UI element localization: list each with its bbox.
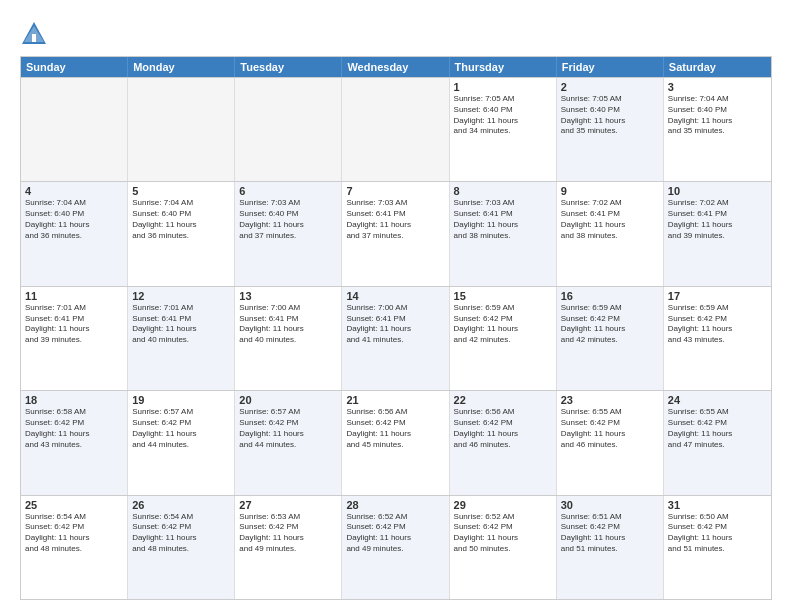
calendar: SundayMondayTuesdayWednesdayThursdayFrid… [20, 56, 772, 600]
calendar-day-header: Tuesday [235, 57, 342, 77]
day-number: 28 [346, 499, 444, 511]
day-number: 24 [668, 394, 767, 406]
cell-info: Sunrise: 6:59 AM Sunset: 6:42 PM Dayligh… [561, 303, 659, 346]
cell-info: Sunrise: 7:01 AM Sunset: 6:41 PM Dayligh… [132, 303, 230, 346]
calendar-cell: 24Sunrise: 6:55 AM Sunset: 6:42 PM Dayli… [664, 391, 771, 494]
calendar-cell: 9Sunrise: 7:02 AM Sunset: 6:41 PM Daylig… [557, 182, 664, 285]
cell-info: Sunrise: 6:54 AM Sunset: 6:42 PM Dayligh… [132, 512, 230, 555]
cell-info: Sunrise: 7:04 AM Sunset: 6:40 PM Dayligh… [132, 198, 230, 241]
calendar-cell [21, 78, 128, 181]
calendar-cell: 17Sunrise: 6:59 AM Sunset: 6:42 PM Dayli… [664, 287, 771, 390]
day-number: 9 [561, 185, 659, 197]
calendar-cell: 27Sunrise: 6:53 AM Sunset: 6:42 PM Dayli… [235, 496, 342, 599]
day-number: 8 [454, 185, 552, 197]
day-number: 11 [25, 290, 123, 302]
calendar-cell: 25Sunrise: 6:54 AM Sunset: 6:42 PM Dayli… [21, 496, 128, 599]
day-number: 16 [561, 290, 659, 302]
cell-info: Sunrise: 7:05 AM Sunset: 6:40 PM Dayligh… [561, 94, 659, 137]
calendar-header: SundayMondayTuesdayWednesdayThursdayFrid… [21, 57, 771, 77]
calendar-cell: 23Sunrise: 6:55 AM Sunset: 6:42 PM Dayli… [557, 391, 664, 494]
calendar-cell: 30Sunrise: 6:51 AM Sunset: 6:42 PM Dayli… [557, 496, 664, 599]
calendar-week: 25Sunrise: 6:54 AM Sunset: 6:42 PM Dayli… [21, 495, 771, 599]
day-number: 23 [561, 394, 659, 406]
header [20, 16, 772, 48]
cell-info: Sunrise: 6:56 AM Sunset: 6:42 PM Dayligh… [346, 407, 444, 450]
calendar-cell: 7Sunrise: 7:03 AM Sunset: 6:41 PM Daylig… [342, 182, 449, 285]
day-number: 21 [346, 394, 444, 406]
calendar-cell: 12Sunrise: 7:01 AM Sunset: 6:41 PM Dayli… [128, 287, 235, 390]
day-number: 2 [561, 81, 659, 93]
cell-info: Sunrise: 7:02 AM Sunset: 6:41 PM Dayligh… [668, 198, 767, 241]
calendar-cell [128, 78, 235, 181]
day-number: 15 [454, 290, 552, 302]
logo-icon [20, 20, 48, 48]
cell-info: Sunrise: 7:04 AM Sunset: 6:40 PM Dayligh… [668, 94, 767, 137]
cell-info: Sunrise: 7:03 AM Sunset: 6:41 PM Dayligh… [454, 198, 552, 241]
cell-info: Sunrise: 6:55 AM Sunset: 6:42 PM Dayligh… [668, 407, 767, 450]
cell-info: Sunrise: 6:56 AM Sunset: 6:42 PM Dayligh… [454, 407, 552, 450]
day-number: 17 [668, 290, 767, 302]
calendar-cell: 28Sunrise: 6:52 AM Sunset: 6:42 PM Dayli… [342, 496, 449, 599]
cell-info: Sunrise: 6:50 AM Sunset: 6:42 PM Dayligh… [668, 512, 767, 555]
calendar-cell: 4Sunrise: 7:04 AM Sunset: 6:40 PM Daylig… [21, 182, 128, 285]
calendar-day-header: Friday [557, 57, 664, 77]
calendar-cell: 15Sunrise: 6:59 AM Sunset: 6:42 PM Dayli… [450, 287, 557, 390]
calendar-cell: 16Sunrise: 6:59 AM Sunset: 6:42 PM Dayli… [557, 287, 664, 390]
cell-info: Sunrise: 6:57 AM Sunset: 6:42 PM Dayligh… [239, 407, 337, 450]
calendar-cell: 1Sunrise: 7:05 AM Sunset: 6:40 PM Daylig… [450, 78, 557, 181]
calendar-cell: 18Sunrise: 6:58 AM Sunset: 6:42 PM Dayli… [21, 391, 128, 494]
day-number: 27 [239, 499, 337, 511]
calendar-cell: 2Sunrise: 7:05 AM Sunset: 6:40 PM Daylig… [557, 78, 664, 181]
calendar-day-header: Monday [128, 57, 235, 77]
cell-info: Sunrise: 7:01 AM Sunset: 6:41 PM Dayligh… [25, 303, 123, 346]
calendar-cell: 20Sunrise: 6:57 AM Sunset: 6:42 PM Dayli… [235, 391, 342, 494]
calendar-cell: 13Sunrise: 7:00 AM Sunset: 6:41 PM Dayli… [235, 287, 342, 390]
page: SundayMondayTuesdayWednesdayThursdayFrid… [0, 0, 792, 612]
day-number: 26 [132, 499, 230, 511]
calendar-day-header: Thursday [450, 57, 557, 77]
calendar-week: 1Sunrise: 7:05 AM Sunset: 6:40 PM Daylig… [21, 77, 771, 181]
calendar-cell: 26Sunrise: 6:54 AM Sunset: 6:42 PM Dayli… [128, 496, 235, 599]
cell-info: Sunrise: 7:03 AM Sunset: 6:41 PM Dayligh… [346, 198, 444, 241]
day-number: 5 [132, 185, 230, 197]
cell-info: Sunrise: 6:52 AM Sunset: 6:42 PM Dayligh… [454, 512, 552, 555]
day-number: 12 [132, 290, 230, 302]
cell-info: Sunrise: 6:59 AM Sunset: 6:42 PM Dayligh… [454, 303, 552, 346]
calendar-week: 18Sunrise: 6:58 AM Sunset: 6:42 PM Dayli… [21, 390, 771, 494]
cell-info: Sunrise: 7:00 AM Sunset: 6:41 PM Dayligh… [239, 303, 337, 346]
day-number: 20 [239, 394, 337, 406]
cell-info: Sunrise: 6:59 AM Sunset: 6:42 PM Dayligh… [668, 303, 767, 346]
cell-info: Sunrise: 6:57 AM Sunset: 6:42 PM Dayligh… [132, 407, 230, 450]
cell-info: Sunrise: 7:04 AM Sunset: 6:40 PM Dayligh… [25, 198, 123, 241]
calendar-cell: 5Sunrise: 7:04 AM Sunset: 6:40 PM Daylig… [128, 182, 235, 285]
day-number: 10 [668, 185, 767, 197]
day-number: 1 [454, 81, 552, 93]
cell-info: Sunrise: 7:02 AM Sunset: 6:41 PM Dayligh… [561, 198, 659, 241]
calendar-cell: 31Sunrise: 6:50 AM Sunset: 6:42 PM Dayli… [664, 496, 771, 599]
calendar-cell: 10Sunrise: 7:02 AM Sunset: 6:41 PM Dayli… [664, 182, 771, 285]
calendar-day-header: Saturday [664, 57, 771, 77]
calendar-week: 4Sunrise: 7:04 AM Sunset: 6:40 PM Daylig… [21, 181, 771, 285]
calendar-day-header: Wednesday [342, 57, 449, 77]
day-number: 13 [239, 290, 337, 302]
svg-rect-2 [32, 34, 36, 42]
day-number: 3 [668, 81, 767, 93]
cell-info: Sunrise: 6:58 AM Sunset: 6:42 PM Dayligh… [25, 407, 123, 450]
calendar-cell: 14Sunrise: 7:00 AM Sunset: 6:41 PM Dayli… [342, 287, 449, 390]
day-number: 29 [454, 499, 552, 511]
calendar-cell [235, 78, 342, 181]
calendar-cell: 11Sunrise: 7:01 AM Sunset: 6:41 PM Dayli… [21, 287, 128, 390]
day-number: 4 [25, 185, 123, 197]
cell-info: Sunrise: 6:52 AM Sunset: 6:42 PM Dayligh… [346, 512, 444, 555]
calendar-week: 11Sunrise: 7:01 AM Sunset: 6:41 PM Dayli… [21, 286, 771, 390]
calendar-cell: 6Sunrise: 7:03 AM Sunset: 6:40 PM Daylig… [235, 182, 342, 285]
calendar-cell: 22Sunrise: 6:56 AM Sunset: 6:42 PM Dayli… [450, 391, 557, 494]
logo [20, 20, 52, 48]
day-number: 22 [454, 394, 552, 406]
calendar-cell: 29Sunrise: 6:52 AM Sunset: 6:42 PM Dayli… [450, 496, 557, 599]
day-number: 30 [561, 499, 659, 511]
calendar-day-header: Sunday [21, 57, 128, 77]
day-number: 18 [25, 394, 123, 406]
calendar-cell: 3Sunrise: 7:04 AM Sunset: 6:40 PM Daylig… [664, 78, 771, 181]
calendar-cell: 21Sunrise: 6:56 AM Sunset: 6:42 PM Dayli… [342, 391, 449, 494]
